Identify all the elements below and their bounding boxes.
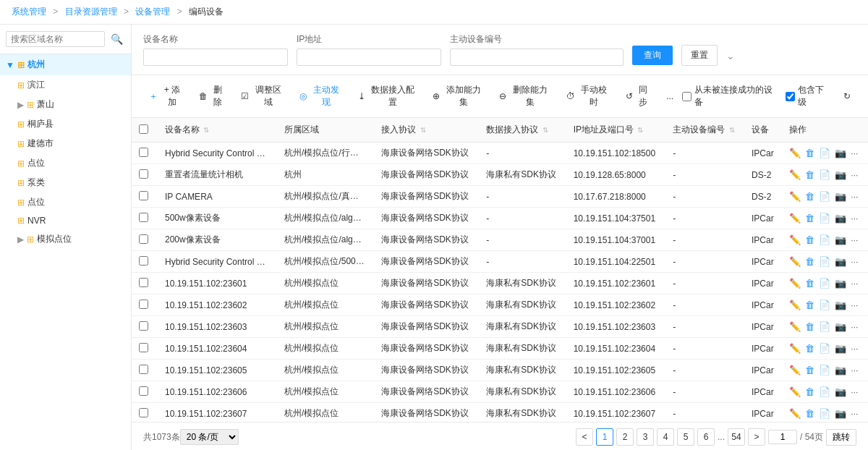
view-icon[interactable]: 📄	[819, 191, 830, 202]
sidebar-item-xiaoshan[interactable]: ▶ ⊞ 萧山	[0, 95, 131, 114]
edit-icon[interactable]: ✏️	[789, 365, 801, 375]
camera-icon[interactable]: 📷	[835, 408, 846, 419]
more-actions-icon[interactable]: ···	[851, 257, 858, 267]
view-icon[interactable]: 📄	[819, 169, 830, 180]
auto-discover-button[interactable]: ◎ 主动发现	[294, 81, 349, 111]
edit-icon[interactable]: ✏️	[789, 343, 801, 354]
breadcrumb-item-2[interactable]: 目录资源管理	[65, 7, 117, 17]
camera-icon[interactable]: 📷	[835, 256, 846, 267]
delete-icon[interactable]: 🗑	[805, 148, 814, 158]
row-checkbox[interactable]	[139, 300, 148, 309]
camera-icon[interactable]: 📷	[835, 213, 846, 224]
add-capability-button[interactable]: ⊕ 添加能力集	[427, 81, 490, 111]
more-actions-icon[interactable]: ···	[851, 235, 858, 245]
more-actions-icon[interactable]: ···	[851, 213, 858, 224]
more-actions-icon[interactable]: ···	[851, 279, 858, 289]
camera-icon[interactable]: 📷	[835, 365, 846, 375]
jump-button[interactable]: 跳转	[826, 429, 856, 446]
delete-icon[interactable]: 🗑	[805, 386, 814, 397]
row-checkbox[interactable]	[139, 213, 148, 222]
view-icon[interactable]: 📄	[819, 256, 830, 267]
page-jump-input[interactable]	[768, 430, 797, 444]
unconnected-checkbox-label[interactable]: 从未被连接成功的设备	[682, 84, 780, 109]
adjust-region-button[interactable]: ☑ 调整区域	[235, 81, 291, 111]
page-btn-6[interactable]: 6	[697, 428, 715, 446]
filter-input-name[interactable]	[143, 48, 288, 66]
edit-icon[interactable]: ✏️	[789, 169, 801, 180]
more-actions-icon[interactable]: ···	[851, 344, 858, 354]
sidebar-item-dianwei1[interactable]: ⊞ 点位	[0, 153, 131, 173]
row-checkbox[interactable]	[139, 321, 148, 331]
add-button[interactable]: ＋ + 添加	[143, 81, 190, 111]
camera-icon[interactable]: 📷	[835, 278, 846, 289]
delete-icon[interactable]: 🗑	[805, 300, 814, 310]
sidebar-item-jiande[interactable]: ⊞ 建德市	[0, 134, 131, 153]
select-all-checkbox[interactable]	[139, 124, 148, 134]
view-icon[interactable]: 📄	[819, 386, 830, 397]
delete-icon[interactable]: 🗑	[805, 213, 814, 224]
view-icon[interactable]: 📄	[819, 234, 830, 245]
row-checkbox[interactable]	[139, 191, 148, 200]
edit-icon[interactable]: ✏️	[789, 408, 801, 419]
manual-check-button[interactable]: ⏱ 手动校时	[561, 81, 617, 111]
delete-button[interactable]: 🗑 删除	[193, 81, 232, 111]
row-checkbox[interactable]	[139, 148, 148, 157]
edit-icon[interactable]: ✏️	[789, 321, 801, 332]
sidebar-item-moni[interactable]: ▶ ⊞ 模拟点位	[0, 229, 131, 249]
camera-icon[interactable]: 📷	[835, 148, 846, 158]
row-checkbox[interactable]	[139, 408, 148, 417]
expand-filter-icon[interactable]: ⌄	[726, 50, 735, 61]
row-checkbox[interactable]	[139, 169, 148, 179]
view-icon[interactable]: 📄	[819, 321, 830, 332]
delete-icon[interactable]: 🗑	[805, 234, 814, 245]
sidebar-search-input[interactable]	[6, 31, 105, 47]
camera-icon[interactable]: 📷	[835, 386, 846, 397]
query-button[interactable]: 查询	[632, 46, 673, 65]
camera-icon[interactable]: 📷	[835, 343, 846, 354]
delete-icon[interactable]: 🗑	[805, 321, 814, 332]
sync-button[interactable]: ↺ 同步	[620, 81, 658, 111]
filter-input-ip[interactable]	[297, 48, 441, 66]
row-checkbox[interactable]	[139, 343, 148, 352]
delete-icon[interactable]: 🗑	[805, 256, 814, 267]
more-button[interactable]: ...	[660, 88, 679, 104]
edit-icon[interactable]: ✏️	[789, 386, 801, 397]
sidebar-search-button[interactable]: 🔍	[108, 30, 125, 48]
include-sub-checkbox[interactable]	[786, 92, 795, 101]
edit-icon[interactable]: ✏️	[789, 256, 801, 267]
more-actions-icon[interactable]: ···	[851, 409, 858, 419]
delete-icon[interactable]: 🗑	[805, 169, 814, 180]
delete-icon[interactable]: 🗑	[805, 343, 814, 354]
data-import-button[interactable]: ⤓ 数据接入配置	[352, 81, 425, 111]
delete-capability-button[interactable]: ⊖ 删除能力集	[493, 81, 557, 111]
view-icon[interactable]: 📄	[819, 408, 830, 419]
include-sub-checkbox-label[interactable]: 包含下级	[786, 84, 832, 109]
more-actions-icon[interactable]: ···	[851, 192, 858, 202]
next-page-button[interactable]: >	[748, 428, 765, 446]
delete-icon[interactable]: 🗑	[805, 365, 814, 375]
delete-icon[interactable]: 🗑	[805, 408, 814, 419]
sidebar-item-julei[interactable]: ⊞ 泵类	[0, 173, 131, 192]
more-actions-icon[interactable]: ···	[851, 170, 858, 180]
filter-input-master[interactable]	[450, 48, 624, 66]
sidebar-item-binjiang[interactable]: ⊞ 滨江	[0, 75, 131, 95]
edit-icon[interactable]: ✏️	[789, 300, 801, 310]
page-btn-2[interactable]: 2	[616, 428, 634, 446]
page-btn-last[interactable]: 54	[728, 428, 745, 446]
camera-icon[interactable]: 📷	[835, 321, 846, 332]
camera-icon[interactable]: 📷	[835, 169, 846, 180]
row-checkbox[interactable]	[139, 278, 148, 287]
camera-icon[interactable]: 📷	[835, 191, 846, 202]
breadcrumb-item-1[interactable]: 系统管理	[12, 7, 46, 17]
more-actions-icon[interactable]: ···	[851, 148, 858, 158]
row-checkbox[interactable]	[139, 365, 148, 374]
sidebar-item-dianwei2[interactable]: ⊞ 点位	[0, 192, 131, 212]
row-checkbox[interactable]	[139, 234, 148, 244]
camera-icon[interactable]: 📷	[835, 300, 846, 310]
edit-icon[interactable]: ✏️	[789, 191, 801, 202]
page-btn-4[interactable]: 4	[657, 428, 674, 446]
view-icon[interactable]: 📄	[819, 278, 830, 289]
edit-icon[interactable]: ✏️	[789, 278, 801, 289]
row-checkbox[interactable]	[139, 256, 148, 266]
page-btn-5[interactable]: 5	[677, 428, 694, 446]
